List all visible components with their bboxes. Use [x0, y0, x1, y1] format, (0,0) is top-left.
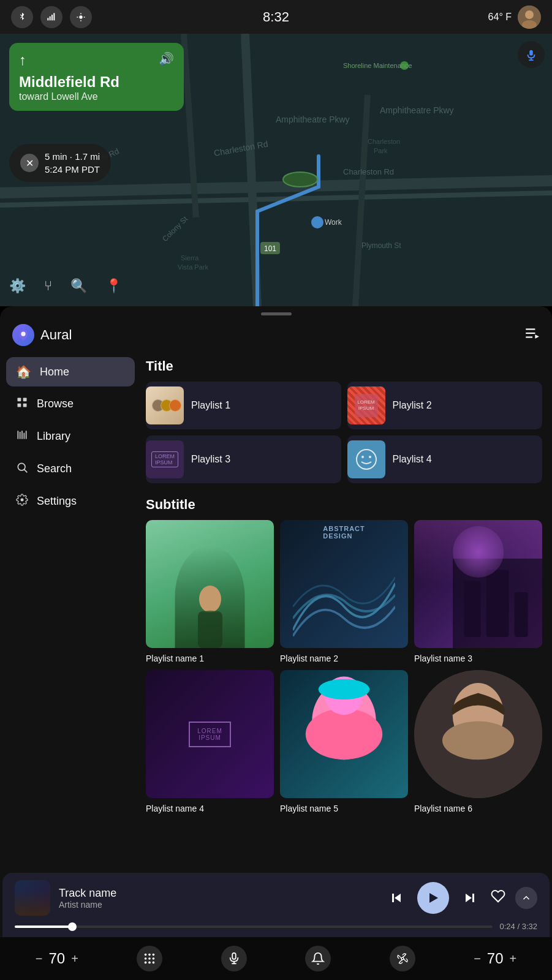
- album-art-4: LOREMIPSUM: [146, 670, 274, 798]
- playlist-grid: Playlist 1 LOREMIPSUM Playlist 2: [146, 382, 542, 483]
- playback-controls: [385, 882, 537, 914]
- svg-text:101: 101: [264, 244, 276, 253]
- play-pause-button[interactable]: [417, 882, 449, 914]
- album-card-5[interactable]: Playlist name 5: [280, 670, 408, 814]
- eta-card: ✕ 5 min · 1.7 mi 5:24 PM PDT: [9, 144, 111, 182]
- progress-bar[interactable]: 0:24 / 3:32: [15, 922, 537, 931]
- album-card-2[interactable]: ABSTRACTDESIGN Playlist name 2: [280, 520, 408, 664]
- vol-right-value: 70: [487, 950, 504, 967]
- svg-point-59: [369, 456, 371, 458]
- svg-rect-87: [232, 953, 236, 959]
- bluetooth-icon[interactable]: [11, 6, 33, 28]
- playlist-card-2[interactable]: LOREMIPSUM Playlist 2: [347, 382, 543, 429]
- playlist-card-1[interactable]: Playlist 1: [146, 382, 341, 429]
- sidebar-item-search[interactable]: Search: [6, 454, 135, 484]
- vol-left-plus[interactable]: +: [71, 952, 78, 966]
- sidebar-item-settings[interactable]: Settings: [6, 486, 135, 516]
- prev-button[interactable]: [385, 887, 407, 909]
- progress-track[interactable]: [15, 925, 493, 928]
- album-grid: Playlist name 1 ABSTRACTDESIGN: [146, 520, 542, 814]
- status-right: 64° F: [488, 6, 541, 29]
- sidebar-label-settings: Settings: [37, 495, 77, 508]
- svg-text:Amphitheatre Pkwy: Amphitheatre Pkwy: [276, 115, 350, 124]
- status-left-icons: [11, 6, 92, 28]
- sidebar-item-browse[interactable]: Browse: [6, 389, 135, 419]
- content-area: Title Playlist 1: [141, 352, 552, 873]
- artist-name: Artist name: [59, 900, 377, 910]
- album-name-4: Playlist name 4: [146, 804, 204, 813]
- svg-rect-77: [472, 894, 474, 902]
- next-button[interactable]: [459, 887, 481, 909]
- search-map-icon[interactable]: 🔍: [70, 278, 87, 294]
- progress-time: 0:24 / 3:32: [500, 922, 537, 931]
- svg-marker-44: [535, 334, 539, 339]
- sidebar-item-library[interactable]: Library: [6, 421, 135, 451]
- vol-left-minus[interactable]: −: [36, 952, 43, 966]
- playlist-label-4: Playlist 4: [393, 454, 432, 465]
- eta-arrival: 5:24 PM PDT: [45, 164, 100, 175]
- playlist-label-2: Playlist 2: [393, 400, 432, 411]
- settings-sidebar-icon: [16, 494, 28, 509]
- svg-point-58: [361, 456, 364, 458]
- svg-point-67: [306, 709, 382, 760]
- vol-right-plus[interactable]: +: [510, 952, 517, 966]
- svg-rect-63: [464, 581, 480, 636]
- voice-mic-button[interactable]: [518, 41, 545, 68]
- expand-button[interactable]: [515, 887, 537, 909]
- volume-left: − 70 +: [36, 950, 78, 967]
- svg-point-79: [148, 954, 151, 956]
- vol-right-minus[interactable]: −: [474, 952, 481, 966]
- svg-rect-3: [53, 13, 55, 20]
- sidebar: 🏠 Home Browse: [0, 352, 141, 873]
- svg-text:Charleston Rd: Charleston Rd: [343, 167, 394, 176]
- nav-toward: toward Lowell Ave: [19, 91, 174, 102]
- svg-text:Park: Park: [374, 147, 388, 154]
- sidebar-item-home[interactable]: 🏠 Home: [6, 357, 135, 386]
- svg-point-10: [525, 10, 534, 19]
- svg-rect-46: [23, 398, 27, 402]
- queue-icon[interactable]: [524, 325, 540, 345]
- album-name-5: Playlist name 5: [280, 804, 338, 813]
- eta-close-button[interactable]: ✕: [20, 154, 39, 172]
- brightness-icon[interactable]: [70, 6, 92, 28]
- route-icon[interactable]: ⑂: [44, 278, 52, 294]
- app-name: Aural: [40, 327, 72, 343]
- nav-volume-icon[interactable]: 🔊: [159, 51, 174, 66]
- now-playing-art: [15, 880, 50, 916]
- user-avatar[interactable]: [518, 6, 541, 29]
- svg-rect-74: [392, 894, 394, 902]
- svg-rect-2: [51, 15, 53, 20]
- progress-fill: [15, 925, 72, 928]
- lorem-box: LOREMIPSUM: [151, 451, 178, 467]
- svg-point-60: [199, 586, 221, 612]
- bell-icon[interactable]: [305, 946, 331, 971]
- svg-rect-64: [486, 570, 509, 637]
- mic-bottom-icon[interactable]: [221, 946, 247, 971]
- album-card-6[interactable]: Playlist name 6: [414, 670, 542, 814]
- playlist-card-3[interactable]: LOREMIPSUM Playlist 3: [146, 435, 341, 483]
- album-name-2: Playlist name 2: [280, 654, 338, 663]
- favorite-button[interactable]: [491, 889, 505, 907]
- temperature-display: 64° F: [488, 12, 512, 23]
- settings-icon[interactable]: ⚙️: [9, 278, 26, 294]
- svg-point-69: [319, 679, 370, 699]
- map-area: Charleston Rd Charleston Rd Charleston R…: [0, 34, 552, 306]
- track-name: Track name: [59, 887, 377, 900]
- svg-text:Sierra: Sierra: [181, 254, 199, 262]
- svg-marker-75: [429, 893, 438, 903]
- album-card-1[interactable]: Playlist name 1: [146, 520, 274, 664]
- album-art-3: [414, 520, 542, 648]
- album-card-4[interactable]: LOREMIPSUM Playlist name 4: [146, 670, 274, 814]
- album-card-3[interactable]: Playlist name 3: [414, 520, 542, 664]
- browse-icon: [16, 396, 28, 412]
- playlist-label-3: Playlist 3: [191, 454, 230, 465]
- svg-point-4: [79, 15, 82, 18]
- playlist-card-4[interactable]: Playlist 4: [347, 435, 543, 483]
- location-pin-icon[interactable]: 📍: [105, 278, 122, 294]
- sidebar-label-library: Library: [37, 430, 70, 443]
- fan-icon[interactable]: [390, 946, 415, 971]
- progress-thumb: [68, 922, 77, 931]
- svg-point-83: [153, 957, 155, 960]
- bottom-controls: − 70 +: [0, 937, 552, 980]
- grid-icon[interactable]: [137, 946, 162, 971]
